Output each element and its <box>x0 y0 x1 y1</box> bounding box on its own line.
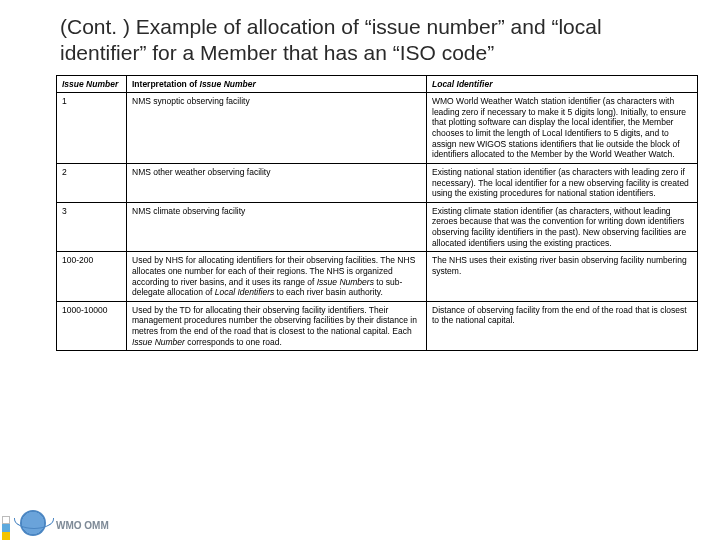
table-row: 1 NMS synoptic observing facility WMO Wo… <box>57 93 698 164</box>
cell-interpretation: Used by NHS for allocating identifiers f… <box>127 252 427 302</box>
interp-seg-b: Issue Numbers <box>317 277 374 287</box>
table-row: 100-200 Used by NHS for allocating ident… <box>57 252 698 302</box>
cell-interpretation: NMS other weather observing facility <box>127 163 427 202</box>
cell-issue-number: 1 <box>57 93 127 164</box>
cell-local-identifier: The NHS uses their existing river basin … <box>427 252 698 302</box>
interp-seg-b: Issue Number <box>132 337 185 347</box>
allocation-table-wrap: Issue Number Interpretation of Issue Num… <box>0 75 720 352</box>
table-row: 3 NMS climate observing facility Existin… <box>57 202 698 252</box>
wmo-logo-icon <box>20 510 46 536</box>
brand-text: WMO OMM <box>56 520 109 531</box>
col-interpretation: Interpretation of Issue Number <box>127 75 427 93</box>
table-header-row: Issue Number Interpretation of Issue Num… <box>57 75 698 93</box>
cell-interpretation: NMS synoptic observing facility <box>127 93 427 164</box>
cell-local-identifier: WMO World Weather Watch station identifi… <box>427 93 698 164</box>
table-row: 2 NMS other weather observing facility E… <box>57 163 698 202</box>
cell-issue-number: 100-200 <box>57 252 127 302</box>
col-interp-prefix: Interpretation of <box>132 79 200 89</box>
cell-interpretation: Used by the TD for allocating their obse… <box>127 301 427 351</box>
interp-seg-a: Used by the TD for allocating their obse… <box>132 305 417 336</box>
cell-local-identifier: Existing national station identifier (as… <box>427 163 698 202</box>
cell-issue-number: 2 <box>57 163 127 202</box>
color-stripe <box>2 516 10 540</box>
interp-seg-d: Local Identifiers <box>215 287 275 297</box>
interp-seg-c: corresponds to one road. <box>185 337 282 347</box>
cell-local-identifier: Distance of observing facility from the … <box>427 301 698 351</box>
cell-interpretation: NMS climate observing facility <box>127 202 427 252</box>
cell-local-identifier: Existing climate station identifier (as … <box>427 202 698 252</box>
col-interp-ital: Issue Number <box>200 79 256 89</box>
col-local-identifier: Local Identifier <box>427 75 698 93</box>
table-row: 1000-10000 Used by the TD for allocating… <box>57 301 698 351</box>
slide-footer: WMO OMM <box>0 508 720 540</box>
col-issue-number: Issue Number <box>57 75 127 93</box>
allocation-table: Issue Number Interpretation of Issue Num… <box>56 75 698 352</box>
slide-title: (Cont. ) Example of allocation of “issue… <box>0 0 720 75</box>
cell-issue-number: 3 <box>57 202 127 252</box>
interp-seg-e: to each river basin authority. <box>274 287 383 297</box>
cell-issue-number: 1000-10000 <box>57 301 127 351</box>
